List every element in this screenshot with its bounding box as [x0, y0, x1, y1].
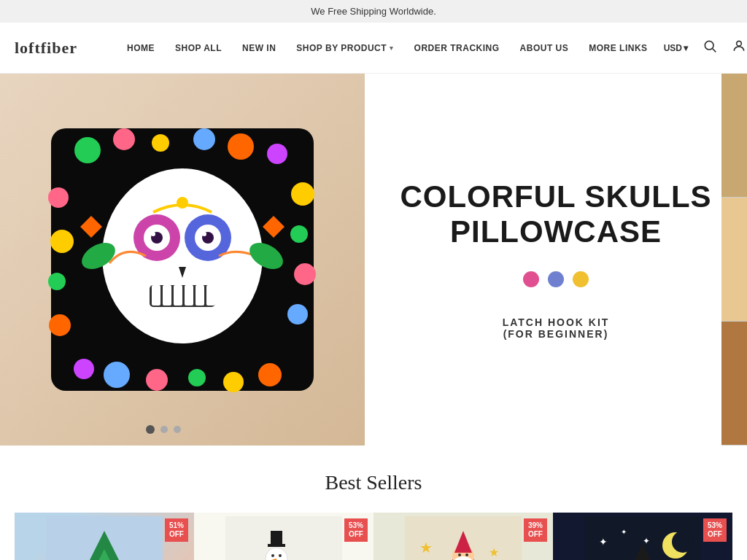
svg-point-23	[50, 230, 74, 253]
carousel-dot-3[interactable]	[174, 426, 181, 433]
currency-selector[interactable]: USD ▾	[658, 43, 694, 53]
svg-point-17	[188, 369, 206, 386]
svg-point-34	[177, 197, 188, 209]
svg-point-0	[705, 41, 713, 50]
pillow-illustration	[44, 121, 321, 398]
svg-rect-38	[174, 285, 182, 306]
search-button[interactable]	[697, 35, 723, 61]
svg-point-24	[48, 187, 69, 208]
product-card-2[interactable]: 53% OFF	[194, 513, 374, 560]
svg-point-5	[74, 137, 101, 163]
svg-point-12	[290, 225, 308, 243]
svg-point-91	[672, 531, 694, 553]
svg-point-13	[294, 263, 316, 285]
svg-point-83	[458, 553, 461, 556]
svg-point-9	[228, 133, 254, 160]
svg-text:★: ★	[489, 546, 499, 559]
currency-arrow-icon: ▾	[684, 43, 688, 53]
product-card-4[interactable]: ✦ ✦ ✦	[553, 513, 732, 560]
hero-title: COLORFUL SKULLS PILLOWCASE	[400, 179, 711, 250]
svg-point-64	[271, 554, 274, 557]
svg-rect-36	[152, 285, 160, 306]
dropdown-arrow-icon: ▾	[390, 44, 394, 52]
svg-point-65	[279, 554, 282, 557]
account-icon	[732, 39, 746, 57]
header-actions: USD ▾	[658, 35, 747, 61]
svg-text:✦: ✦	[621, 528, 627, 536]
svg-point-18	[146, 369, 168, 391]
sidebar-thumb-2[interactable]	[721, 198, 747, 322]
carousel-dot-2[interactable]	[160, 426, 168, 433]
hero-subtitle: LATCH HOOK KIT (FOR BEGINNER)	[503, 316, 610, 340]
nav-item-new-in[interactable]: NEW IN	[232, 43, 286, 53]
svg-rect-40	[196, 285, 204, 306]
svg-point-10	[267, 144, 287, 164]
nav-item-shop-by-product[interactable]: SHOP BY PRODUCT ▾	[286, 43, 403, 53]
svg-point-8	[193, 128, 215, 150]
svg-point-6	[113, 128, 135, 150]
svg-rect-63	[271, 531, 282, 545]
svg-point-16	[223, 372, 244, 392]
discount-badge-3: 39% OFF	[524, 518, 547, 542]
svg-point-33	[202, 232, 206, 236]
svg-point-11	[291, 182, 314, 206]
hero-dot-blue	[548, 271, 564, 287]
svg-point-32	[151, 232, 155, 236]
sidebar-thumb-1[interactable]	[721, 74, 747, 198]
svg-rect-37	[163, 285, 171, 306]
sidebar-thumb-3[interactable]	[721, 322, 747, 446]
svg-rect-39	[185, 285, 193, 306]
svg-point-22	[48, 273, 66, 290]
discount-badge-1: 51% OFF	[165, 518, 188, 542]
section-title-area: Best Sellers	[0, 446, 747, 513]
nav-item-more-links[interactable]: More Links	[578, 43, 657, 53]
svg-point-25	[102, 168, 263, 343]
svg-point-2	[737, 41, 742, 46]
svg-line-1	[713, 49, 716, 52]
best-sellers-title: Best Sellers	[0, 471, 747, 494]
product-card-3[interactable]: ★ ★ ★ 39% OFF	[374, 513, 553, 560]
discount-badge-4: 53% OFF	[703, 518, 727, 542]
header: loftfiber HOME SHOP ALL NEW IN SHOP BY P…	[0, 23, 747, 74]
svg-point-21	[49, 314, 71, 336]
main-nav: HOME SHOP ALL NEW IN SHOP BY PRODUCT ▾ O…	[117, 43, 658, 53]
svg-point-20	[74, 359, 94, 379]
logo[interactable]: loftfiber	[15, 39, 95, 58]
svg-point-19	[104, 362, 130, 388]
nav-item-shop-all[interactable]: SHOP ALL	[165, 43, 232, 53]
carousel-dot-1[interactable]	[146, 425, 155, 434]
svg-text:★: ★	[419, 540, 433, 556]
svg-point-15	[258, 363, 282, 386]
hero-sidebar-thumbnails	[721, 74, 747, 446]
hero-content: COLORFUL SKULLS PILLOWCASE LATCH HOOK KI…	[365, 74, 747, 446]
nav-item-home[interactable]: HOME	[117, 43, 165, 53]
nav-item-order-tracking[interactable]: ORDER TRACKING	[404, 43, 510, 53]
product-grid: 51% OFF	[0, 513, 747, 560]
svg-point-7	[152, 134, 169, 152]
top-banner: We Free Shipping Worldwide.	[0, 0, 747, 23]
svg-point-84	[465, 553, 468, 556]
svg-text:✦: ✦	[643, 536, 650, 546]
hero-dot-pink	[523, 271, 539, 287]
discount-badge-2: 53% OFF	[344, 518, 368, 542]
svg-text:✦: ✦	[599, 536, 608, 548]
banner-text: We Free Shipping Worldwide.	[311, 6, 436, 17]
hero-color-dots	[523, 271, 589, 287]
best-sellers-section: Best Sellers	[0, 446, 747, 560]
account-button[interactable]	[726, 35, 747, 61]
hero-dot-yellow	[573, 271, 589, 287]
svg-rect-41	[206, 285, 215, 306]
nav-item-about-us[interactable]: ABOUT US	[510, 43, 579, 53]
svg-point-14	[287, 304, 308, 324]
product-card-1[interactable]: 51% OFF	[15, 513, 194, 560]
search-icon	[703, 39, 717, 57]
carousel-dots	[146, 425, 181, 434]
hero-image	[0, 74, 365, 446]
hero-section: COLORFUL SKULLS PILLOWCASE LATCH HOOK KI…	[0, 74, 747, 446]
